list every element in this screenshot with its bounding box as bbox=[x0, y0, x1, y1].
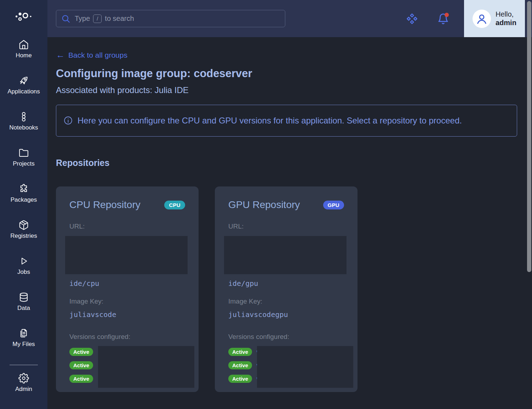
url-path: ide/cpu bbox=[69, 279, 185, 288]
sidebar-item-my-files[interactable]: My Files bbox=[12, 328, 35, 348]
versions-list: Active p Active p Active p bbox=[69, 347, 185, 384]
status-badge: Active bbox=[69, 361, 93, 369]
notifications-button[interactable] bbox=[437, 13, 449, 25]
redacted-url-value bbox=[224, 236, 347, 274]
info-banner: Here you can configure the CPU and GPU v… bbox=[56, 105, 517, 137]
info-icon bbox=[63, 116, 73, 125]
avatar bbox=[473, 10, 491, 28]
url-label: URL: bbox=[228, 223, 344, 230]
sidebar-item-label: Projects bbox=[13, 160, 34, 167]
image-key-value: juliavscode bbox=[69, 310, 185, 319]
card-title: CPU Repository bbox=[69, 199, 141, 211]
status-badge: Active bbox=[228, 348, 252, 356]
image-key-value: juliavscodegpu bbox=[228, 310, 344, 319]
repository-cards: CPU Repository CPU URL: ide/cpu Image Ke… bbox=[56, 186, 517, 392]
juliahub-logo-icon bbox=[15, 12, 32, 21]
card-title: GPU Repository bbox=[228, 199, 300, 211]
sidebar-item-admin[interactable]: Admin bbox=[15, 373, 32, 393]
files-icon bbox=[18, 328, 29, 339]
status-badge: Active bbox=[228, 361, 252, 369]
username: admin bbox=[496, 19, 516, 27]
card-header: GPU Repository GPU bbox=[228, 199, 344, 211]
sidebar-item-notebooks[interactable]: Notebooks bbox=[9, 111, 38, 131]
back-arrow-icon: ← bbox=[56, 51, 65, 59]
repositories-heading: Repositories bbox=[56, 158, 517, 168]
sidebar-item-label: Admin bbox=[15, 386, 32, 393]
versions-list: Active w Active w Active w bbox=[228, 347, 344, 384]
apps-grid-icon bbox=[406, 13, 418, 25]
image-key-label: Image Key: bbox=[228, 298, 344, 305]
page-subtitle: Associated with products: Julia IDE bbox=[56, 85, 517, 95]
package-box-icon bbox=[18, 220, 29, 230]
sidebar-item-home[interactable]: Home bbox=[16, 39, 32, 59]
sidebar-divider bbox=[10, 365, 38, 365]
cpu-badge: CPU bbox=[164, 201, 185, 209]
sidebar-item-projects[interactable]: Projects bbox=[13, 148, 34, 167]
back-link[interactable]: ← Back to all groups bbox=[56, 51, 127, 59]
sidebar-item-label: Registries bbox=[10, 232, 37, 240]
main-column: Type / to search Hello, bbox=[47, 0, 532, 409]
sidebar-item-label: Packages bbox=[11, 196, 37, 203]
search-placeholder: Type / to search bbox=[75, 15, 134, 23]
database-icon bbox=[18, 292, 29, 303]
vertical-scrollbar[interactable] bbox=[527, 1, 531, 272]
sidebar-item-registries[interactable]: Registries bbox=[10, 220, 37, 240]
page-content: ← Back to all groups Configuring image g… bbox=[47, 37, 532, 409]
cpu-repository-card[interactable]: CPU Repository CPU URL: ide/cpu Image Ke… bbox=[56, 186, 199, 392]
sidebar-item-applications[interactable]: Applications bbox=[7, 75, 40, 95]
status-badge: Active bbox=[69, 375, 93, 383]
notification-dot bbox=[445, 13, 449, 17]
sidebar-item-label: Home bbox=[16, 52, 32, 59]
home-icon bbox=[18, 39, 29, 50]
user-menu[interactable]: Hello, admin bbox=[464, 0, 525, 37]
sidebar-item-label: My Files bbox=[12, 341, 35, 348]
sidebar-item-data[interactable]: Data bbox=[17, 292, 30, 312]
redacted-version-names bbox=[98, 346, 194, 388]
puzzle-icon bbox=[18, 184, 29, 194]
sidebar-item-label: Jobs bbox=[17, 269, 30, 276]
sidebar: Home Applications Notebooks Projects Pac… bbox=[0, 0, 47, 409]
sidebar-item-jobs[interactable]: Jobs bbox=[17, 256, 30, 276]
greeting-text: Hello, admin bbox=[496, 10, 516, 27]
card-header: CPU Repository CPU bbox=[69, 199, 185, 211]
url-label: URL: bbox=[69, 223, 185, 230]
app-window: Home Applications Notebooks Projects Pac… bbox=[0, 0, 532, 409]
url-path: ide/gpu bbox=[228, 279, 344, 288]
user-icon bbox=[475, 12, 489, 26]
gpu-repository-card[interactable]: GPU Repository GPU URL: ide/gpu Image Ke… bbox=[215, 186, 357, 392]
sidebar-item-label: Applications bbox=[7, 88, 40, 95]
sidebar-nav: Home Applications Notebooks Projects Pac… bbox=[7, 39, 40, 409]
search-icon bbox=[61, 14, 70, 23]
apps-grid-button[interactable] bbox=[406, 13, 418, 25]
info-banner-text: Here you can configure the CPU and GPU v… bbox=[78, 113, 462, 128]
sidebar-item-label: Notebooks bbox=[9, 124, 38, 131]
gpu-badge: GPU bbox=[323, 201, 344, 209]
versions-label: Versions configured: bbox=[228, 333, 344, 341]
search-input[interactable]: Type / to search bbox=[56, 10, 285, 27]
topbar-icon-group bbox=[406, 13, 449, 25]
page-title: Configuring image group: codeserver bbox=[56, 67, 517, 80]
play-icon bbox=[18, 256, 29, 266]
topbar: Type / to search Hello, bbox=[47, 0, 532, 37]
rocket-icon bbox=[18, 75, 29, 86]
gear-icon bbox=[18, 373, 29, 384]
sidebar-item-packages[interactable]: Packages bbox=[11, 184, 37, 203]
brand-logo[interactable] bbox=[0, 0, 47, 33]
redacted-url-value bbox=[65, 236, 188, 274]
image-key-label: Image Key: bbox=[69, 298, 185, 305]
status-badge: Active bbox=[69, 348, 93, 356]
status-badge: Active bbox=[228, 375, 252, 383]
versions-label: Versions configured: bbox=[69, 333, 185, 341]
notebooks-icon bbox=[18, 111, 29, 122]
folder-icon bbox=[18, 148, 29, 158]
redacted-version-names bbox=[257, 346, 353, 388]
sidebar-item-label: Data bbox=[17, 305, 30, 312]
slash-keycap: / bbox=[93, 15, 102, 23]
